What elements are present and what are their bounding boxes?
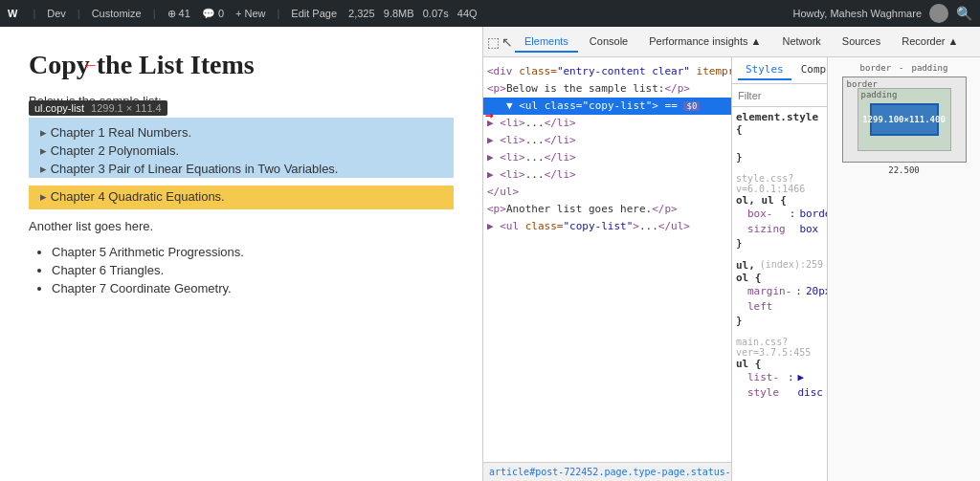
highlighted-list-ul: Chapter 1 Real Numbers. Chapter 2 Polyno…: [40, 123, 442, 178]
admin-bar-right: Howdy, Mahesh Waghmare 🔍: [793, 4, 973, 23]
breadcrumb: article#post-722452.page.type-page.statu…: [483, 462, 731, 481]
main-area: ← Copy the List Items Below is the sampl…: [0, 27, 980, 481]
comment-icon[interactable]: 💬 0: [202, 8, 224, 20]
css-prop-list-style: list-style : ▶ disc: [747, 370, 823, 401]
elements-line-11: ▶ <ul class="copy-list">...</ul>: [483, 218, 731, 235]
elements-panel: → <div class="entry-content clear" itemp…: [483, 57, 732, 481]
elements-line-2: <div class="entry-content clear" itempro…: [483, 63, 731, 80]
subtab-styles[interactable]: Styles: [738, 60, 791, 80]
css-source-2: (index):259: [760, 259, 823, 270]
element-tooltip: ul.copy-list 1299.1 × 111.4: [29, 100, 167, 116]
red-arrow-devtools: →: [485, 107, 493, 122]
another-list-text: Another list goes here.: [29, 219, 454, 233]
tab-performance[interactable]: Performance: [969, 32, 980, 53]
wp-logo[interactable]: W: [8, 8, 17, 19]
styles-panel: Styles Computed Layout Event Listeners D…: [732, 57, 827, 481]
css-rule-element-style: element.style { }: [736, 111, 823, 164]
filter-input[interactable]: [738, 90, 827, 101]
devtools-tabs: ⬚ ↖ Elements Console Performance insight…: [483, 27, 980, 57]
elements-line-9: </ul>: [483, 184, 731, 201]
css-close-brace-3: }: [736, 315, 823, 327]
css-close-brace-2: }: [736, 237, 823, 250]
regular-list-item-1: Chapter 5 Arithmetic Progressions.: [52, 243, 454, 261]
breadcrumb-article[interactable]: article#post-722452.page.type-page.statu…: [489, 467, 731, 477]
box-model-labels: border - padding: [860, 63, 948, 73]
list-item-2: Chapter 2 Polynomials.: [40, 142, 442, 160]
admin-bar-separator-2: |: [78, 8, 80, 19]
subtab-computed[interactable]: Computed: [793, 60, 827, 80]
search-icon[interactable]: 🔍: [956, 6, 972, 21]
red-arrow-1: ←: [81, 55, 99, 76]
css-prop-margin-left: margin-left : 20px: [747, 284, 823, 315]
admin-bar-separator-4: |: [278, 8, 280, 19]
admin-bar-stats: 2,325 9.8MB 0.07s 44Q: [348, 8, 478, 19]
css-props-ul: list-style : ▶ disc: [736, 370, 823, 401]
highlighted-list-container: ul.copy-list 1299.1 × 111.4 Chapter 1 Re…: [29, 118, 454, 209]
css-props-ol-ul: box-sizing : border-box: [736, 207, 823, 237]
page-content: ← Copy the List Items Below is the sampl…: [0, 27, 482, 481]
elements-line-4-selected[interactable]: ▼ <ul class="copy-list"> == $0: [483, 98, 731, 115]
tab-recorder[interactable]: Recorder ▲: [892, 32, 968, 53]
css-rule-ul-ol: (index):259 ul, ol { margin-left : 20px …: [736, 259, 823, 327]
styles-subtabs: Styles Computed Layout Event Listeners D…: [732, 57, 827, 84]
tooltip-dimensions: 1299.1 × 111.4: [91, 102, 162, 114]
css-props-ul-ol: margin-left : 20px: [736, 284, 823, 315]
admin-bar-separator-1: |: [33, 8, 35, 19]
elements-line-10: <p>Another list goes here.</p>: [483, 201, 731, 218]
css-source-1: style.css?v=6.0.1:1466: [736, 173, 823, 194]
css-rules: element.style { } style.css?v=6.0.1:1466…: [732, 107, 827, 481]
css-selector-element: element.style {: [736, 111, 823, 136]
css-prop-box-sizing: box-sizing : border-box: [747, 207, 823, 237]
box-padding-inner-label: padding: [861, 90, 898, 99]
filter-bar: :hov .cls + □ ⬚ ⋮: [732, 84, 827, 107]
css-prop-empty: [747, 136, 823, 151]
box-margin: border padding 1299.100×111.400: [842, 77, 967, 163]
tab-sources[interactable]: Sources: [833, 32, 890, 53]
edit-page-label[interactable]: Edit Page: [291, 8, 337, 19]
box-padding-label-top: padding: [912, 63, 948, 73]
regular-list-item-2: Chapter 6 Triangles.: [52, 261, 454, 279]
css-rule-ul: main.css?ver=3.7.5:455 ul { list-style :…: [736, 337, 823, 401]
list-item-3: Chapter 3 Pair of Linear Equations in Tw…: [40, 160, 442, 178]
box-border-label-top: border: [860, 63, 892, 73]
box-content: 1299.100×111.400: [870, 103, 939, 136]
highlighted-list-blue: Chapter 1 Real Numbers. Chapter 2 Polyno…: [29, 118, 454, 178]
css-close-brace: }: [736, 151, 823, 164]
regular-list-item-3: Chapter 7 Coordinate Geometry.: [52, 279, 454, 297]
tooltip-selector: ul.copy-list: [34, 102, 84, 114]
customize-label[interactable]: Customize: [92, 8, 142, 19]
new-label[interactable]: + New: [235, 8, 266, 19]
css-source-3: main.css?ver=3.7.5:455: [736, 337, 823, 358]
dev-label[interactable]: Dev: [47, 8, 66, 19]
list-item-1: Chapter 1 Real Numbers.: [40, 123, 442, 142]
zero-badge: $0: [683, 101, 700, 111]
box-padding: padding 1299.100×111.400: [858, 88, 951, 151]
elements-line-5: ▶ <li>...</li>: [483, 115, 731, 132]
devtools-panel: ⬚ ↖ Elements Console Performance insight…: [482, 27, 980, 481]
notif-count[interactable]: ⊕ 41: [167, 8, 190, 20]
box-dashes: -: [899, 63, 903, 73]
css-props-element: [736, 136, 823, 151]
dt-icon-inspect[interactable]: ⬚: [487, 34, 500, 50]
css-rule-ol-ul: style.css?v=6.0.1:1466 ol, ul { box-sizi…: [736, 173, 823, 250]
tab-elements[interactable]: Elements: [515, 32, 578, 53]
elements-line-7: ▶ <li>...</li>: [483, 149, 731, 166]
box-model-panel: border - padding border padding 1299.100…: [827, 57, 980, 481]
tab-console[interactable]: Console: [580, 32, 637, 53]
elements-line-6: ▶ <li>...</li>: [483, 132, 731, 149]
box-dimension-below: 22.500: [888, 165, 920, 175]
admin-bar-separator-3: |: [153, 8, 156, 19]
dt-icon-cursor[interactable]: ↖: [501, 34, 513, 50]
devtools-inner: → <div class="entry-content clear" itemp…: [483, 57, 980, 481]
highlighted-list-orange: ▸ Chapter 4 Quadratic Equations.: [29, 186, 454, 209]
tab-network[interactable]: Network: [773, 32, 831, 53]
list-item-4: ▸ Chapter 4 Quadratic Equations.: [40, 189, 442, 204]
admin-bar: W | Dev | Customize | ⊕ 41 💬 0 + New | E…: [0, 0, 980, 27]
elements-line-8: ▶ <li>...</li>: [483, 166, 731, 184]
elements-line-3: <p>Below is the sample list:</p>: [483, 80, 731, 98]
highlighted-list-ul-orange: ▸ Chapter 4 Quadratic Equations.: [40, 189, 442, 204]
tab-performance-insights[interactable]: Performance insights ▲: [639, 32, 770, 53]
regular-list: Chapter 5 Arithmetic Progressions. Chapt…: [29, 243, 454, 297]
avatar: [929, 4, 948, 23]
howdy-text: Howdy, Mahesh Waghmare: [793, 8, 923, 19]
